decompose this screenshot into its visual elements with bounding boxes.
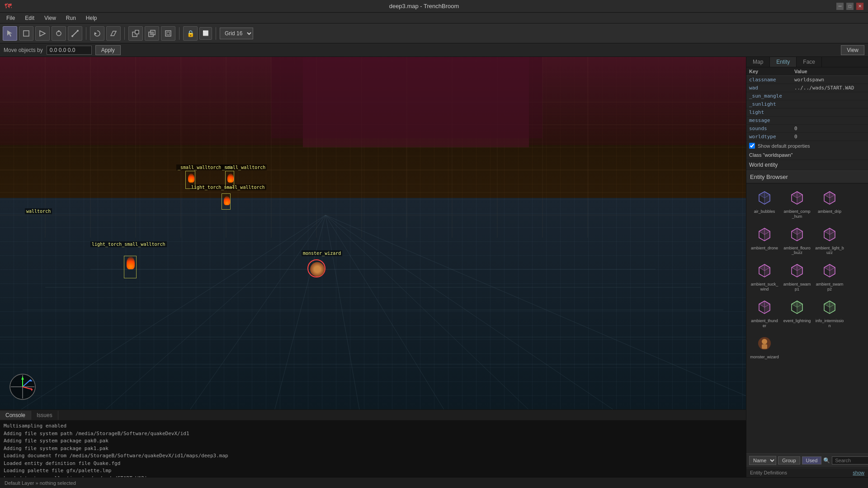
orientation-cube — [9, 373, 36, 400]
csg-subtract-button[interactable] — [128, 26, 143, 41]
show-default-checkbox[interactable] — [749, 143, 755, 149]
entity-item[interactable]: ambient_comp_hum — [782, 186, 812, 221]
select-tool-button[interactable] — [3, 26, 17, 41]
console-output: Multisampling enabledAdding file system … — [0, 421, 746, 477]
entity-item[interactable]: info_intermission — [814, 296, 845, 330]
property-value[interactable] — [792, 92, 868, 100]
entity-item[interactable]: ambient_thunder — [749, 296, 780, 330]
entity-item[interactable]: ambient_swamp2 — [814, 259, 845, 294]
show-default-row: Show default properties — [746, 141, 868, 150]
property-row[interactable]: sounds0 — [746, 125, 868, 133]
menu-edit[interactable]: Edit — [20, 14, 39, 22]
property-row[interactable]: worldtype0 — [746, 133, 868, 141]
csg-hollow-button[interactable] — [161, 26, 175, 41]
edge-tool-button[interactable] — [68, 26, 82, 41]
entity-item-label: ambient_swamp2 — [815, 282, 844, 292]
entity-item[interactable]: ambient_drip — [814, 186, 845, 221]
grid-select[interactable]: Grid 1 Grid 2 Grid 4 Grid 8 Grid 16 Grid… — [220, 28, 253, 39]
property-key: light — [746, 108, 792, 117]
property-row[interactable]: wad../../wads/START.WAD — [746, 84, 868, 92]
brush-tool-button[interactable] — [19, 26, 33, 41]
rotate-tool-button[interactable] — [90, 26, 104, 41]
entity-item[interactable]: monster_wizard — [749, 332, 780, 361]
bottom-area: Console Issues Multisampling enabledAddi… — [0, 409, 746, 477]
property-value[interactable]: 0 — [792, 125, 868, 133]
property-value[interactable] — [792, 100, 868, 108]
world-entity-label: World entity — [746, 160, 868, 170]
app: 🗺 deep3.map - TrenchBroom ─ □ ✕ File Edi… — [0, 0, 868, 488]
entity-icon — [755, 225, 774, 244]
menu-file[interactable]: File — [2, 14, 19, 22]
moveby-input[interactable] — [47, 46, 92, 55]
apply-button[interactable]: Apply — [95, 45, 121, 55]
property-key: wad — [746, 84, 792, 92]
view-button[interactable]: View — [841, 45, 864, 55]
tab-issues[interactable]: Issues — [31, 411, 58, 420]
menu-run[interactable]: Run — [61, 14, 80, 22]
property-value[interactable]: ../../wads/START.WAD — [792, 84, 868, 92]
eb-group-button[interactable]: Group — [778, 456, 800, 465]
minimize-button[interactable]: ─ — [836, 3, 844, 10]
face-lock-button[interactable]: ⬜ — [199, 27, 212, 40]
property-value[interactable]: worldspawn — [792, 76, 868, 84]
entity-grid[interactable]: air_bubbles ambient_comp_hum ambient_dri… — [746, 183, 868, 453]
eb-used-button[interactable]: Used — [802, 456, 822, 465]
entity-browser-toolbar: Name Group Used 🔍 ✕ — [746, 453, 868, 468]
eb-search-input[interactable] — [832, 456, 868, 465]
show-default-label: Show default properties — [758, 143, 810, 149]
clip-tool-button[interactable] — [35, 26, 50, 41]
property-row[interactable]: classnameworldspawn — [746, 76, 868, 84]
tab-map[interactable]: Map — [746, 57, 770, 67]
svg-line-4 — [72, 31, 78, 36]
property-value[interactable]: 0 — [792, 133, 868, 141]
texture-lock-button[interactable]: 🔒 — [183, 26, 198, 41]
entity-item-label: ambient_swamp1 — [783, 282, 811, 292]
property-value[interactable] — [792, 117, 868, 125]
vertex-tool-button[interactable] — [52, 26, 66, 41]
menu-help[interactable]: Help — [81, 14, 102, 22]
console-tabs: Console Issues — [0, 410, 746, 421]
entity-item-label: ambient_drip — [818, 209, 841, 214]
tab-entity[interactable]: Entity — [770, 57, 797, 67]
menubar: File Edit View Run Help — [0, 13, 868, 23]
entity-icon — [755, 297, 774, 317]
entity-icon — [820, 297, 840, 317]
tab-console[interactable]: Console — [0, 411, 31, 420]
class-label: Class "worldspawn" — [746, 150, 868, 160]
property-row[interactable]: light — [746, 108, 868, 117]
entity-defs-show-button[interactable]: show — [853, 470, 864, 475]
property-row[interactable]: _sun_mangle — [746, 92, 868, 100]
entity-item-label: info_intermission — [815, 319, 844, 328]
ceiling-overlay — [0, 57, 746, 145]
entity-item[interactable]: ambient_drone — [749, 223, 780, 258]
toolbar-separator-3 — [179, 27, 179, 40]
entity-icon — [755, 188, 774, 208]
properties-table: Key Value classnameworldspawnwad../../wa… — [746, 67, 868, 141]
entity-item-label: air_bubbles — [754, 209, 775, 214]
menu-view[interactable]: View — [40, 14, 61, 22]
maximize-button[interactable]: □ — [846, 3, 854, 10]
property-row[interactable]: message — [746, 117, 868, 125]
svg-rect-146 — [762, 344, 767, 349]
csg-intersect-button[interactable] — [145, 26, 159, 41]
entity-item[interactable]: ambient_suck_wind — [749, 259, 780, 294]
close-button[interactable]: ✕ — [856, 3, 863, 10]
entity-icon — [787, 188, 807, 208]
entity-item[interactable]: air_bubbles — [749, 186, 780, 221]
viewport-3d[interactable]: walltorch _small_walltorch rch _small_wa… — [0, 57, 746, 409]
floor-background — [0, 198, 746, 409]
shear-tool-button[interactable] — [106, 26, 121, 41]
eb-name-select[interactable]: Name — [749, 456, 776, 465]
property-value[interactable] — [792, 108, 868, 117]
tab-face[interactable]: Face — [797, 57, 822, 67]
toolbar: 🔒 ⬜ Grid 1 Grid 2 Grid 4 Grid 8 Grid 16 … — [0, 23, 868, 43]
entity-item[interactable]: ambient_light_buzz — [814, 223, 845, 258]
entity-wizard-sprite — [310, 262, 325, 277]
svg-point-6 — [77, 30, 79, 32]
statusbar: Default Layer » nothing selected — [0, 477, 868, 488]
entity-item[interactable]: ambient_swamp1 — [782, 259, 812, 294]
entity-item[interactable]: ambient_flouro_buzz — [782, 223, 812, 258]
property-row[interactable]: _sunlight — [746, 100, 868, 108]
entity-icon — [755, 333, 774, 353]
entity-item[interactable]: event_lightning — [782, 296, 812, 330]
